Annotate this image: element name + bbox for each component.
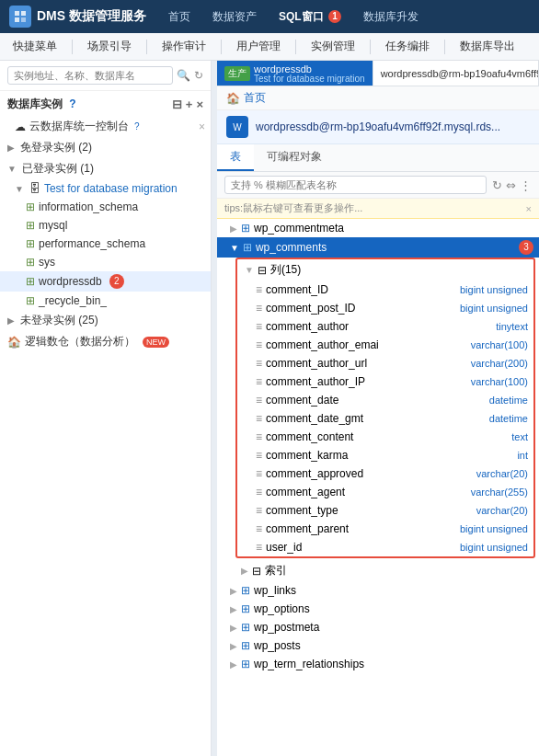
sidebar-schema-recycle[interactable]: ⊞ _recycle_bin_ <box>0 292 211 310</box>
table-row-commentmeta[interactable]: ▶ ⊞ wp_commentmeta <box>217 219 539 237</box>
col-comment-post-id[interactable]: ≡ comment_post_ID bigint unsigned <box>237 299 533 317</box>
right-panel: 生产 wordpressdb Test for database migrati… <box>217 61 539 756</box>
table-row-options[interactable]: ▶ ⊞ wp_options <box>217 600 539 618</box>
col-comment-content[interactable]: ≡ comment_content text <box>237 428 533 446</box>
second-nav-scenario[interactable]: 场景引导 <box>82 37 137 56</box>
cloud-control-item[interactable]: ☁ 云数据库统一控制台 ? × <box>0 116 211 137</box>
sidebar-search-input[interactable] <box>7 66 173 85</box>
table-icon-term-rel: ⊞ <box>241 658 250 670</box>
settings-filter-icon[interactable]: ⋮ <box>520 178 532 192</box>
second-nav-audit[interactable]: 操作审计 <box>156 37 212 56</box>
active-db-tab[interactable]: wordpressdb@rm-bp19oafu4vm6ff92f.mysql.r… <box>373 61 539 86</box>
col-comment-type[interactable]: ≡ comment_type varchar(20) <box>237 501 533 520</box>
add-instance-icon[interactable]: + <box>186 97 193 111</box>
index-group[interactable]: ▶ ⊟ 索引 <box>217 560 539 581</box>
production-tab[interactable]: 生产 wordpressdb Test for database migrati… <box>217 61 373 86</box>
col-comment-approved[interactable]: ≡ comment_approved varchar(20) <box>237 464 533 483</box>
warehouse-icon: 🏠 <box>7 336 21 349</box>
close-icon[interactable]: × <box>196 97 203 111</box>
col-group-arrow: ▼ <box>245 265 254 275</box>
col-icon-2: ≡ <box>256 302 262 315</box>
data-warehouse-item[interactable]: 🏠 逻辑数仓（数据分析） NEW <box>0 331 211 352</box>
tips-close-button[interactable]: × <box>526 203 532 214</box>
table-icon-links: ⊞ <box>241 584 250 597</box>
sidebar-schema-sys[interactable]: ⊞ sys <box>0 253 211 271</box>
col-comment-author-ip[interactable]: ≡ comment_author_IP varchar(100) <box>237 372 533 391</box>
columns-group[interactable]: ▼ ⊟ 列(15) <box>237 259 533 281</box>
table-row-links[interactable]: ▶ ⊞ wp_links <box>217 581 539 600</box>
sql-window-badge: 1 <box>328 10 341 23</box>
top-navigation: DMS 数据管理服务 首页 数据资产 SQL窗口 1 数据库升发 <box>0 0 539 33</box>
second-navigation: 快捷菜单 场景引导 操作审计 用户管理 实例管理 任务编排 数据库导出 <box>0 33 539 61</box>
db-header-text: wordpressdb@rm-bp19oafu4vm6ff92f.mysql.r… <box>256 120 500 133</box>
filter-bar: ↻ ⇔ ⋮ <box>217 172 539 199</box>
schema-icon-recycle: ⊞ <box>26 294 35 307</box>
col-icon-15: ≡ <box>256 541 262 554</box>
sidebar-schema-mysql[interactable]: ⊞ mysql <box>0 216 211 235</box>
help-icon[interactable]: ? <box>69 97 75 110</box>
search-icon[interactable]: 🔍 <box>177 69 190 82</box>
cloud-db-icon: ☁ <box>15 120 26 133</box>
logo-text: DMS 数据管理服务 <box>37 8 146 25</box>
refresh-icon[interactable]: ↻ <box>194 69 203 82</box>
nav-divider-2 <box>146 40 147 54</box>
nav-db-dev[interactable]: 数据库升发 <box>360 7 422 27</box>
table-list: ▶ ⊞ wp_commentmeta ▼ ⊞ wp_comments 3 ▼ ⊟… <box>217 219 539 756</box>
test-migration-db[interactable]: ▼ 🗄 Test for database migration <box>0 179 211 198</box>
col-comment-author[interactable]: ≡ comment_author tinytext <box>237 317 533 336</box>
options-arrow: ▶ <box>230 604 237 614</box>
tab-tables[interactable]: 表 <box>217 144 254 171</box>
sidebar-schema-wordpress[interactable]: ⊞ wordpressdb 2 <box>0 271 211 292</box>
nav-home[interactable]: 首页 <box>165 7 194 27</box>
nav-sql-window[interactable]: SQL窗口 1 <box>275 7 345 27</box>
close-icon-cloud[interactable]: × <box>199 120 205 133</box>
postmeta-arrow: ▶ <box>230 623 237 633</box>
col-comment-karma[interactable]: ≡ comment_karma int <box>237 446 533 464</box>
logged-instances[interactable]: ▼ 已登录实例 (1) <box>0 158 211 179</box>
second-nav-quickmenu[interactable]: 快捷菜单 <box>7 37 63 56</box>
table-row-postmeta[interactable]: ▶ ⊞ wp_postmeta <box>217 618 539 636</box>
db-header: W wordpressdb@rm-bp19oafu4vm6ff92f.mysql… <box>217 110 539 144</box>
col-comment-parent[interactable]: ≡ comment_parent bigint unsigned <box>237 520 533 538</box>
col-icon-7: ≡ <box>256 394 262 407</box>
table-row-posts[interactable]: ▶ ⊞ wp_posts <box>217 636 539 655</box>
top-nav-items: 首页 数据资产 SQL窗口 1 数据库升发 <box>165 7 422 27</box>
db-arrow-icon: ▼ <box>15 184 24 194</box>
table-row-term-relationships[interactable]: ▶ ⊞ wp_term_relationships <box>217 655 539 673</box>
section-icons: ⊟ + × <box>172 97 203 111</box>
filter-input[interactable] <box>224 176 487 194</box>
col-comment-author-email[interactable]: ≡ comment_author_emai varchar(100) <box>237 336 533 354</box>
col-comment-id[interactable]: ≡ comment_ID bigint unsigned <box>237 281 533 299</box>
logo: DMS 数据管理服务 <box>9 6 146 28</box>
nav-data-assets[interactable]: 数据资产 <box>209 7 260 27</box>
col-comment-agent[interactable]: ≡ comment_agent varchar(255) <box>237 483 533 501</box>
sidebar-schema-info[interactable]: ⊞ information_schema <box>0 198 211 216</box>
col-comment-date[interactable]: ≡ comment_date datetime <box>237 391 533 409</box>
sidebar-schema-perf[interactable]: ⊞ performance_schema <box>0 235 211 253</box>
expand-filter-icon[interactable]: ⇔ <box>506 178 516 192</box>
svg-rect-0 <box>15 11 19 16</box>
schema-icon: ⊞ <box>26 200 35 213</box>
second-nav-tasks[interactable]: 任务编排 <box>380 37 435 56</box>
breadcrumb-home[interactable]: 首页 <box>244 90 266 106</box>
filter-icon[interactable]: ⊟ <box>172 97 182 111</box>
no-login-instances[interactable]: ▶ 免登录实例 (2) <box>0 137 211 158</box>
refresh-filter-icon[interactable]: ↻ <box>492 178 502 192</box>
table-icon-postmeta: ⊞ <box>241 621 250 634</box>
links-arrow: ▶ <box>230 586 237 596</box>
col-comment-date-gmt[interactable]: ≡ comment_date_gmt datetime <box>237 409 533 428</box>
col-comment-author-url[interactable]: ≡ comment_author_url varchar(200) <box>237 354 533 372</box>
table-row-comments[interactable]: ▼ ⊞ wp_comments 3 <box>217 237 539 258</box>
help-icon-cloud[interactable]: ? <box>134 121 140 132</box>
schema-icon-sys: ⊞ <box>26 256 35 269</box>
second-nav-export[interactable]: 数据库导出 <box>454 37 521 56</box>
not-logged-instances[interactable]: ▶ 未登录实例 (25) <box>0 310 211 331</box>
posts-arrow: ▶ <box>230 641 237 651</box>
second-nav-instances[interactable]: 实例管理 <box>305 37 361 56</box>
sidebar-section-header: 数据库实例 ? ⊟ + × <box>0 91 211 116</box>
nav-divider-6 <box>444 40 445 54</box>
svg-rect-1 <box>21 11 26 16</box>
col-user-id[interactable]: ≡ user_id bigint unsigned <box>237 538 533 556</box>
tab-programmable[interactable]: 可编程对象 <box>254 144 335 171</box>
second-nav-users[interactable]: 用户管理 <box>231 37 286 56</box>
